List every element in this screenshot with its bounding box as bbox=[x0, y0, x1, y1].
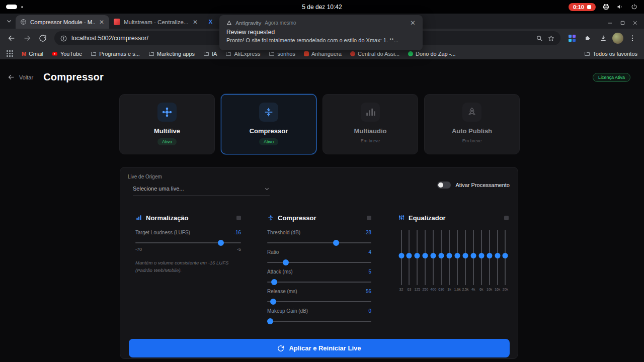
eq-slider[interactable] bbox=[454, 230, 460, 285]
system-clock[interactable]: 5 de dez 10:42 bbox=[302, 4, 342, 11]
eq-knob[interactable] bbox=[447, 253, 452, 258]
slider-track[interactable] bbox=[267, 301, 371, 302]
makeup-gain-slider[interactable] bbox=[267, 318, 371, 324]
eq-knob[interactable] bbox=[470, 253, 476, 258]
eq-band: 20k bbox=[502, 230, 509, 291]
eq-knob[interactable] bbox=[478, 253, 484, 258]
bookmark-anhanguera[interactable]: Anhanguera bbox=[304, 51, 342, 57]
search-icon[interactable] bbox=[536, 35, 543, 42]
bookmark-youtube[interactable]: YouTube bbox=[52, 51, 82, 57]
eq-knob[interactable] bbox=[487, 253, 492, 258]
power-icon[interactable] bbox=[630, 3, 638, 11]
eq-slider[interactable] bbox=[470, 230, 476, 285]
bookmark-central[interactable]: Central do Assi... bbox=[350, 51, 399, 57]
reload-icon[interactable] bbox=[36, 32, 49, 45]
module-card-multilive[interactable]: Multilive Ativo bbox=[119, 94, 215, 154]
eq-slider[interactable] bbox=[478, 230, 485, 285]
module-card-compressor[interactable]: Compressor Ativo bbox=[221, 94, 316, 154]
forward-icon[interactable] bbox=[21, 32, 34, 45]
attack-slider[interactable] bbox=[267, 279, 371, 285]
stop-recording-icon[interactable] bbox=[587, 5, 591, 9]
apply-restart-button[interactable]: Aplicar e Reiniciar Live bbox=[129, 339, 510, 357]
module-card-auto-publish[interactable]: Auto Publish Em breve bbox=[424, 94, 520, 154]
eq-knob[interactable] bbox=[398, 253, 404, 258]
tab-multstream[interactable]: Multstream - Centralize... ✕ bbox=[109, 15, 203, 29]
eq-slider[interactable] bbox=[406, 230, 413, 285]
eq-slider[interactable] bbox=[398, 230, 405, 285]
eq-slider[interactable] bbox=[462, 230, 468, 285]
bookmark-all-favorites[interactable]: Todos os favoritos bbox=[584, 51, 637, 57]
eq-slider[interactable] bbox=[486, 230, 493, 285]
extensions-puzzle-icon[interactable] bbox=[581, 32, 594, 45]
live-select[interactable]: Selecione uma live... bbox=[133, 186, 270, 196]
bookmark-star-icon[interactable] bbox=[547, 35, 555, 42]
tab-search-chevron-icon[interactable] bbox=[4, 16, 15, 27]
eq-knob[interactable] bbox=[462, 253, 468, 258]
slider-track[interactable] bbox=[267, 321, 371, 322]
threshold-slider[interactable] bbox=[267, 240, 371, 246]
notification-popup[interactable]: Antigravity Agora mesmo ✕ Review request… bbox=[219, 15, 423, 50]
compressor-checkbox[interactable] bbox=[367, 216, 371, 220]
workspace-pill[interactable] bbox=[6, 5, 17, 9]
bookmark-dono-do-zap[interactable]: Dono do Zap -... bbox=[408, 51, 456, 57]
equalizer-checkbox[interactable] bbox=[504, 216, 509, 220]
url-text[interactable]: localhost:5002/compressor/ bbox=[71, 35, 148, 42]
tab-close-icon[interactable]: ✕ bbox=[192, 19, 198, 25]
eq-slider[interactable] bbox=[414, 230, 421, 285]
release-slider[interactable] bbox=[267, 299, 371, 305]
eq-knob[interactable] bbox=[407, 253, 412, 258]
window-maximize-icon[interactable] bbox=[620, 20, 625, 26]
tab-compressor-module[interactable]: Compressor Module - M... ✕ bbox=[16, 15, 109, 29]
window-minimize-icon[interactable] bbox=[607, 20, 613, 26]
eq-knob[interactable] bbox=[454, 253, 460, 258]
page-back-icon[interactable] bbox=[8, 73, 15, 81]
ratio-slider[interactable] bbox=[267, 259, 371, 265]
eq-slider[interactable] bbox=[430, 230, 437, 285]
module-card-multiaudio[interactable]: Multiaudio Em breve bbox=[323, 94, 418, 154]
browser-menu-kebab-icon[interactable] bbox=[626, 32, 639, 45]
eq-slider[interactable] bbox=[494, 230, 501, 285]
processing-toggle[interactable] bbox=[437, 182, 451, 189]
pinned-extension-icon[interactable] bbox=[566, 32, 579, 45]
eq-knob[interactable] bbox=[431, 253, 436, 258]
printer-icon[interactable] bbox=[602, 3, 610, 11]
bookmark-gmail[interactable]: MGmail bbox=[22, 51, 43, 57]
back-label[interactable]: Voltar bbox=[19, 74, 33, 80]
eq-knob[interactable] bbox=[423, 253, 428, 258]
slider-knob[interactable] bbox=[283, 259, 289, 265]
bookmark-folder-ia[interactable]: IA bbox=[203, 51, 217, 57]
profile-avatar[interactable] bbox=[612, 33, 623, 44]
eq-knob[interactable] bbox=[503, 253, 508, 258]
slider-knob[interactable] bbox=[333, 240, 339, 246]
bookmark-folder-marketing[interactable]: Marketing apps bbox=[148, 51, 195, 57]
slider-knob[interactable] bbox=[271, 279, 277, 285]
eq-band: 16k bbox=[494, 230, 501, 291]
slider-knob[interactable] bbox=[270, 299, 276, 305]
slider-track[interactable] bbox=[267, 282, 371, 283]
eq-slider[interactable] bbox=[502, 230, 509, 285]
eq-knob[interactable] bbox=[495, 253, 500, 258]
normalization-checkbox[interactable] bbox=[236, 216, 241, 220]
window-close-icon[interactable] bbox=[632, 20, 638, 26]
eq-knob[interactable] bbox=[439, 253, 444, 258]
tab-close-icon[interactable]: ✕ bbox=[99, 19, 105, 25]
eq-slider[interactable] bbox=[422, 230, 429, 285]
slider-track[interactable] bbox=[267, 242, 371, 243]
bookmark-folder-sonhos[interactable]: sonhos bbox=[269, 51, 295, 57]
eq-slider[interactable] bbox=[438, 230, 445, 285]
screen-recording-badge[interactable]: 0:10 bbox=[569, 3, 596, 11]
slider-knob[interactable] bbox=[267, 318, 273, 324]
eq-knob[interactable] bbox=[415, 253, 420, 258]
site-info-icon[interactable] bbox=[60, 35, 67, 42]
target-loudness-slider[interactable] bbox=[135, 240, 241, 246]
downloads-icon[interactable] bbox=[597, 32, 610, 45]
notification-close-icon[interactable]: ✕ bbox=[410, 20, 416, 26]
bookmark-folder-aliexpress[interactable]: AliExpress bbox=[225, 51, 260, 57]
volume-icon[interactable] bbox=[616, 3, 624, 11]
eq-slider[interactable] bbox=[446, 230, 453, 285]
back-icon[interactable] bbox=[5, 32, 18, 45]
bookmark-folder-programas[interactable]: Programas e s... bbox=[91, 51, 140, 57]
slider-knob[interactable] bbox=[218, 240, 224, 246]
apps-grid-icon[interactable] bbox=[7, 50, 13, 57]
slider-track[interactable] bbox=[135, 242, 241, 243]
